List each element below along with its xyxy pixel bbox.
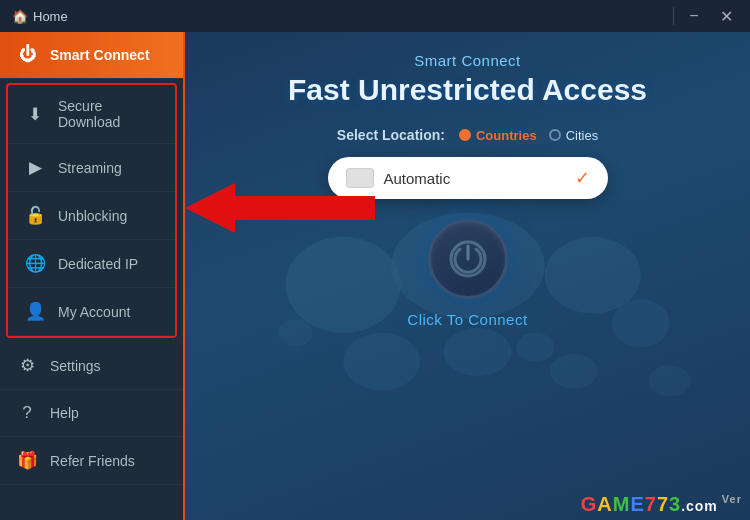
refer-friends-icon: 🎁 bbox=[16, 450, 38, 471]
sidebar-item-dedicated-ip[interactable]: 🌐 Dedicated IP bbox=[8, 240, 175, 288]
sidebar: ⏻ Smart Connect ⬇ Secure Download ▶ Stre… bbox=[0, 32, 185, 520]
main-layout: ⏻ Smart Connect ⬇ Secure Download ▶ Stre… bbox=[0, 32, 750, 520]
svg-point-8 bbox=[277, 319, 312, 346]
radio-group: Countries Cities bbox=[459, 128, 598, 143]
sidebar-item-my-account-label: My Account bbox=[58, 304, 130, 320]
sidebar-item-my-account[interactable]: 👤 My Account bbox=[8, 288, 175, 336]
svg-point-9 bbox=[648, 365, 690, 396]
radio-dot-countries bbox=[459, 129, 471, 141]
svg-point-6 bbox=[516, 333, 554, 362]
select-location-label: Select Location: bbox=[337, 127, 445, 143]
sidebar-item-unblocking[interactable]: 🔓 Unblocking bbox=[8, 192, 175, 240]
svg-point-5 bbox=[444, 328, 511, 376]
sidebar-item-unblocking-label: Unblocking bbox=[58, 208, 127, 224]
sidebar-item-refer-friends-label: Refer Friends bbox=[50, 453, 135, 469]
content-area: Smart Connect Fast Unrestricted Access S… bbox=[185, 32, 750, 520]
sidebar-item-dedicated-ip-label: Dedicated IP bbox=[58, 256, 138, 272]
location-dropdown[interactable]: Automatic ✓ bbox=[328, 157, 608, 199]
svg-point-2 bbox=[544, 237, 640, 314]
dropdown-value: Automatic bbox=[384, 170, 565, 187]
radio-cities[interactable]: Cities bbox=[549, 128, 599, 143]
chevron-down-icon: ✓ bbox=[575, 167, 590, 189]
dedicated-ip-icon: 🌐 bbox=[24, 253, 46, 274]
power-button-wrapper bbox=[428, 219, 508, 299]
sidebar-item-secure-download[interactable]: ⬇ Secure Download bbox=[8, 85, 175, 144]
svg-point-0 bbox=[285, 237, 400, 333]
location-dropdown-container: Automatic ✓ bbox=[328, 157, 608, 199]
radio-countries[interactable]: Countries bbox=[459, 128, 537, 143]
title-bar: 🏠 Home − ✕ bbox=[0, 0, 750, 32]
my-account-icon: 👤 bbox=[24, 301, 46, 322]
sidebar-item-smart-connect-label: Smart Connect bbox=[50, 47, 150, 63]
minimize-button[interactable]: − bbox=[678, 0, 710, 32]
radio-cities-label: Cities bbox=[566, 128, 599, 143]
title-divider bbox=[673, 7, 674, 25]
secure-download-icon: ⬇ bbox=[24, 104, 46, 125]
help-icon: ? bbox=[16, 403, 38, 423]
world-map-bg bbox=[228, 164, 708, 444]
dropdown-flag bbox=[346, 168, 374, 188]
smart-connect-icon: ⏻ bbox=[16, 45, 38, 65]
sidebar-item-settings-label: Settings bbox=[50, 358, 101, 374]
radio-countries-label: Countries bbox=[476, 128, 537, 143]
sidebar-item-smart-connect[interactable]: ⏻ Smart Connect bbox=[0, 32, 183, 79]
sidebar-item-streaming[interactable]: ▶ Streaming bbox=[8, 144, 175, 192]
svg-point-3 bbox=[612, 299, 670, 347]
sidebar-item-refer-friends[interactable]: 🎁 Refer Friends bbox=[0, 437, 183, 485]
svg-point-4 bbox=[343, 333, 420, 391]
sidebar-highlight-box: ⬇ Secure Download ▶ Streaming 🔓 Unblocki… bbox=[6, 83, 177, 338]
power-button[interactable] bbox=[428, 219, 508, 299]
sidebar-item-help-label: Help bbox=[50, 405, 79, 421]
sidebar-item-secure-download-label: Secure Download bbox=[58, 98, 159, 130]
sidebar-item-help[interactable]: ? Help bbox=[0, 390, 183, 437]
streaming-icon: ▶ bbox=[24, 157, 46, 178]
unblocking-icon: 🔓 bbox=[24, 205, 46, 226]
sidebar-item-streaming-label: Streaming bbox=[58, 160, 122, 176]
home-icon: 🏠 bbox=[12, 9, 28, 24]
location-selector: Select Location: Countries Cities bbox=[337, 127, 598, 143]
watermark: GAME773.com Ver bbox=[581, 493, 742, 516]
close-button[interactable]: ✕ bbox=[710, 0, 742, 32]
sidebar-item-settings[interactable]: ⚙ Settings bbox=[0, 342, 183, 390]
home-nav[interactable]: 🏠 Home bbox=[12, 9, 68, 24]
settings-icon: ⚙ bbox=[16, 355, 38, 376]
home-label: Home bbox=[33, 9, 68, 24]
radio-dot-cities bbox=[549, 129, 561, 141]
content-title: Fast Unrestricted Access bbox=[288, 73, 647, 107]
content-subtitle: Smart Connect bbox=[414, 52, 521, 69]
svg-point-7 bbox=[549, 354, 597, 389]
connect-label[interactable]: Click To Connect bbox=[407, 311, 527, 328]
power-icon bbox=[447, 238, 489, 280]
